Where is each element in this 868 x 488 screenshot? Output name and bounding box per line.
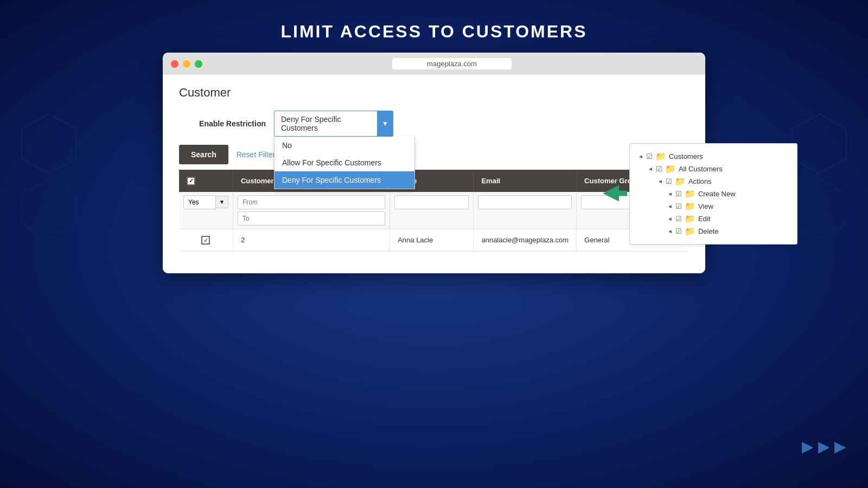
decoration-arrows: ▶ ▶ ▶ [802, 438, 846, 455]
table-container: ✓ Customer ID ↓ Name Email Customer Grou… [179, 170, 689, 252]
tree-check-all-customers: ☑ [656, 165, 662, 173]
tree-item-customers[interactable]: ◄ ☑ 📁 Customers [638, 150, 789, 163]
data-table: ✓ Customer ID ↓ Name Email Customer Grou… [179, 170, 689, 252]
tree-label-all-customers: All Customers [679, 165, 723, 173]
dot-green[interactable] [195, 60, 202, 68]
filter-to-input[interactable] [238, 211, 385, 226]
tree-check-actions: ☑ [666, 177, 672, 185]
svg-marker-4 [792, 179, 846, 239]
tree-check-customers: ☑ [646, 152, 653, 160]
svg-marker-1 [22, 114, 76, 174]
tree-label-edit: Edit [698, 215, 710, 223]
row-email: annalacie@mageplaza.com [474, 229, 577, 252]
filter-from-input[interactable] [238, 195, 385, 209]
dropdown-option-no[interactable]: No [275, 137, 414, 154]
hex-decoration-left [16, 108, 81, 271]
tree-folder-edit: 📁 [685, 214, 695, 224]
reset-filter-button[interactable]: Reset Filter [237, 150, 276, 159]
tree-toggle-actions[interactable]: ◄ [658, 178, 663, 184]
table-row: ✓ 2 Anna Lacie annalacie@mageplaza.com G… [179, 229, 689, 252]
tree-folder-view: 📁 [685, 201, 695, 211]
tree-item-edit[interactable]: ◄ ☑ 📁 Edit [667, 213, 789, 225]
enable-restriction-label: Enable Restriction [179, 119, 266, 128]
filter-yes-wrapper: ▼ [183, 195, 228, 209]
tree-item-create-new[interactable]: ◄ ☑ 📁 Create New [667, 188, 789, 200]
filter-email-input[interactable] [478, 195, 572, 209]
tree-label-customers: Customers [669, 152, 703, 160]
filter-cell-name [390, 192, 474, 229]
restriction-dropdown-menu: No Allow For Specific Customers Deny For… [274, 137, 415, 189]
tree-item-all-customers[interactable]: ◄ ☑ 📁 All Customers [648, 163, 789, 175]
tree-check-edit: ☑ [675, 215, 682, 223]
tree-toggle-create-new[interactable]: ◄ [667, 191, 673, 197]
row-select-cell: ✓ [179, 229, 233, 252]
tree-panel-arrow [603, 185, 627, 203]
toolbar: Search Reset Filter 1 records found [179, 145, 689, 164]
dot-yellow[interactable] [183, 60, 190, 68]
tree-folder-delete: 📁 [685, 226, 695, 236]
tree-label-actions: Actions [688, 177, 712, 185]
row-checkbox[interactable]: ✓ [201, 236, 210, 245]
browser-body: Customer Enable Restriction Deny For Spe… [163, 75, 705, 273]
url-bar: mageplaza.com [392, 58, 512, 69]
tree-check-create-new: ☑ [675, 190, 682, 198]
tree-check-view: ☑ [675, 202, 682, 210]
tree-item-delete[interactable]: ◄ ☑ 📁 Delete [667, 225, 789, 237]
row-customer-id: 2 [233, 229, 390, 252]
search-button[interactable]: Search [179, 145, 228, 164]
arrow-1: ▶ [802, 438, 814, 455]
tree-label-create-new: Create New [698, 190, 736, 198]
th-email: Email [474, 170, 577, 192]
tree-toggle-delete[interactable]: ◄ [667, 228, 673, 234]
section-heading: Customer [179, 86, 689, 100]
svg-marker-0 [603, 185, 627, 201]
tree-label-delete: Delete [698, 227, 719, 235]
filter-cell-email [474, 192, 577, 229]
dropdown-option-deny[interactable]: Deny For Specific Customers [275, 171, 414, 189]
tree-toggle-all-customers[interactable]: ◄ [648, 166, 653, 172]
filter-yes-arrow[interactable]: ▼ [216, 196, 228, 208]
tree-panel: ◄ ☑ 📁 Customers ◄ ☑ 📁 All Customers ◄ ☑ … [629, 143, 797, 245]
arrow-2: ▶ [818, 438, 830, 455]
restriction-select-wrapper: Deny For Specific Customers ▼ No Allow F… [274, 111, 393, 137]
tree-item-actions[interactable]: ◄ ☑ 📁 Actions [658, 175, 789, 188]
browser-window: mageplaza.com Customer Enable Restrictio… [163, 53, 705, 273]
header-checkbox[interactable]: ✓ [187, 177, 195, 185]
tree-label-view: View [698, 202, 713, 210]
svg-marker-2 [22, 179, 76, 239]
tree-folder-actions: 📁 [675, 176, 686, 187]
dot-red[interactable] [171, 60, 178, 68]
filter-yes-input[interactable] [183, 195, 216, 209]
arrow-3: ▶ [834, 438, 846, 455]
row-name: Anna Lacie [390, 229, 474, 252]
tree-folder-all-customers: 📁 [665, 164, 676, 174]
filter-name-input[interactable] [394, 195, 469, 209]
browser-titlebar: mageplaza.com [163, 53, 705, 75]
tree-check-delete: ☑ [675, 227, 682, 235]
tree-item-view[interactable]: ◄ ☑ 📁 View [667, 200, 789, 213]
dropdown-option-allow[interactable]: Allow For Specific Customers [275, 154, 414, 171]
tree-toggle-view[interactable]: ◄ [667, 203, 673, 209]
tree-toggle-edit[interactable]: ◄ [667, 216, 673, 222]
restriction-select[interactable]: Deny For Specific Customers [274, 111, 393, 137]
tree-toggle-customers[interactable]: ◄ [638, 153, 643, 159]
tree-folder-customers: 📁 [655, 151, 666, 162]
filter-cell-select: ▼ [179, 192, 233, 229]
page-title: LIMIT ACCESS TO CUSTOMERS [280, 22, 587, 42]
enable-restriction-row: Enable Restriction Deny For Specific Cus… [179, 111, 689, 137]
tree-folder-create-new: 📁 [685, 189, 695, 199]
th-select: ✓ [179, 170, 233, 192]
svg-marker-3 [792, 114, 846, 174]
filter-cell-customer-id [233, 192, 390, 229]
